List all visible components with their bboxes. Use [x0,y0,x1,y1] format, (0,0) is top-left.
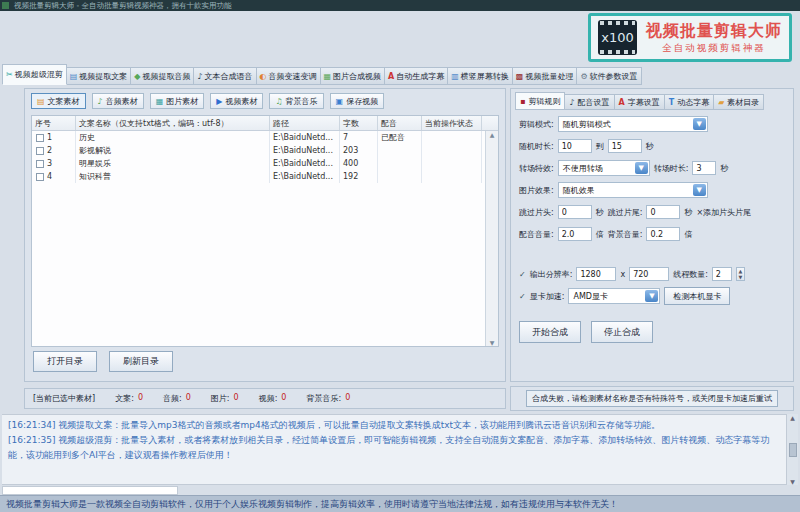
chevron-down-icon[interactable]: ▼ [693,184,706,196]
tab-subtitle-settings[interactable]: A字幕设置 [615,94,665,110]
synthesis-status-text: 合成失败，请检测素材名称是否有特殊符号，或关闭显卡加速后重试 [526,390,778,407]
image-video-icon: ▦ [324,72,332,81]
scroll-up-icon[interactable]: ▲ [790,414,795,421]
tab-extract-audio[interactable]: ◆视频提取音频 [131,67,194,85]
selected-bgm-count: 0 [345,393,350,404]
gpu-checkbox[interactable]: ✓ [519,292,526,301]
chevron-down-icon[interactable]: ▼ [645,290,658,302]
dub-volume-input[interactable] [558,227,592,241]
audio-material-button[interactable]: ♪音频素材 [92,93,144,109]
tab-extract-text[interactable]: ▤视频提取文案 [67,67,132,85]
bgm-button[interactable]: ♫背景音乐 [269,93,323,109]
skip-tail-input[interactable] [646,205,680,219]
logo-title: 视频批量剪辑大师 [646,21,782,42]
row-checkbox[interactable] [36,173,44,181]
chevron-down-icon[interactable]: ▼ [693,118,706,130]
gpu-select[interactable]: AMD显卡▼ [568,288,660,304]
chevron-down-icon[interactable]: ▼ [635,162,648,174]
tab-text-to-speech[interactable]: ♪文本合成语音 [194,67,256,85]
table-row[interactable]: 1 历史 E:\BaiduNetd... 7 已配音 [32,131,498,144]
header-dub[interactable]: 配音 [378,116,422,130]
threads-input[interactable] [712,267,732,281]
text-material-icon: ▤ [37,97,45,106]
threads-spinner[interactable]: ▲▼ [736,267,745,281]
stop-synthesis-button[interactable]: 停止合成 [591,321,653,343]
image-effect-select[interactable]: 随机效果▼ [558,182,708,198]
table-row[interactable]: 3 明星娱乐 E:\BaiduNetd... 400 [32,157,498,170]
header-path[interactable]: 路径 [270,116,340,130]
skip-head-label: 跳过片头: [519,207,554,218]
skip-tail-label: 跳过片尾: [608,207,643,218]
batch-icon: ▩ [516,72,524,81]
detect-gpu-button[interactable]: 检测本机显卡 [664,287,730,305]
image-effect-label: 图片效果: [519,185,554,196]
scroll-down-icon[interactable]: ▼ [490,339,495,346]
tab-auto-subtitle[interactable]: A自动生成字幕 [385,67,448,85]
header-words[interactable]: 字数 [340,116,378,130]
header-name[interactable]: 文案名称（仅支持txt格式，编码：utf-8） [76,116,270,130]
audio-extract-icon: ◆ [134,72,140,81]
image-material-button[interactable]: ▦图片素材 [150,93,205,109]
speed-icon: ◐ [260,72,267,81]
tab-settings[interactable]: ⚙软件参数设置 [577,67,641,85]
open-directory-button[interactable]: 打开目录 [33,351,97,372]
transition-duration-input[interactable] [692,161,716,175]
video-material-icon: ▶ [216,97,222,106]
tab-material-directory[interactable]: ▰素材目录 [714,94,764,110]
table-row[interactable]: 4 知识科普 E:\BaiduNetd... 192 [32,170,498,183]
tab-dynamic-subtitle[interactable]: T动态字幕 [665,94,714,110]
header-num[interactable]: 序号 [32,116,76,130]
transition-duration-label: 转场时长: [654,163,689,174]
tab-image-to-video[interactable]: ▦图片合成视频 [321,67,386,85]
selected-label: [当前已选中素材] [33,393,95,404]
random-from-input[interactable] [558,139,592,153]
clip-rules-form: 剪辑模式: 随机剪辑模式▼ 随机时长: 到 秒 转场特效: 不使用转场▼ 转场时… [519,113,787,343]
skip-head-input[interactable] [558,205,592,219]
row-checkbox[interactable] [36,134,44,142]
random-to-input[interactable] [608,139,642,153]
start-synthesis-button[interactable]: 开始合成 [519,321,581,343]
main-tab-bar: ✂视频超级混剪 ▤视频提取文案 ◆视频提取音频 ♪文本合成语音 ◐音频变速变调 … [2,64,642,85]
bg-volume-input[interactable] [646,227,680,241]
tab-dubbing-settings[interactable]: ♪配音设置 [565,94,614,110]
resolution-height-input[interactable] [629,267,669,281]
scrollbar-thumb[interactable] [789,443,797,457]
tab-batch-process[interactable]: ▩视频批量处理 [513,67,578,85]
add-head-tail-checkbox[interactable]: ×添加片头片尾 [696,207,751,218]
settings-tab-bar: ▪剪辑规则 ♪配音设置 A字幕设置 T动态字幕 ▰素材目录 [515,92,764,110]
resolution-width-input[interactable] [576,267,616,281]
bottom-status-bar: 视频批量剪辑大师是一款视频全自动剪辑软件，仅用于个人娱乐视频剪辑制作，提高剪辑效… [0,495,800,512]
window-icon [2,2,9,9]
tab-clip-rules[interactable]: ▪剪辑规则 [515,92,565,110]
window-title: 视频批量剪辑大师 - 全自动批量剪辑视频神器，拥有十款实用功能 [14,1,231,10]
scroll-up-icon[interactable]: ▲ [490,131,495,138]
app-window: 视频批量剪辑大师 - 全自动批量剪辑视频神器，拥有十款实用功能 x100 视频批… [0,0,800,512]
tab-super-mix[interactable]: ✂视频超级混剪 [2,64,67,85]
transition-select[interactable]: 不使用转场▼ [558,160,650,176]
folder-icon: ▰ [718,98,724,107]
materials-panel: ▤文案素材 ♪音频素材 ▦图片素材 ▶视频素材 ♫背景音乐 ▣保存视频 序号 文… [24,88,506,382]
microphone-icon: ♪ [197,72,202,81]
tab-audio-speed[interactable]: ◐音频变速变调 [257,67,321,85]
tab-screen-rotate[interactable]: ▥横竖屏幕转换 [448,67,513,85]
film-x100-icon: x100 [598,20,637,55]
log-scrollbar[interactable]: ▲ ▼ [786,414,798,485]
selected-video-count: 0 [281,393,286,404]
rotate-screen-icon: ▥ [451,72,459,81]
video-material-button[interactable]: ▶视频素材 [210,93,263,109]
scroll-down-icon[interactable]: ▼ [790,478,795,485]
scissors-icon: ✂ [6,70,13,79]
save-video-button[interactable]: ▣保存视频 [330,93,385,109]
table-row[interactable]: 2 影视解说 E:\BaiduNetd... 203 [32,144,498,157]
resolution-checkbox[interactable]: ✓ [519,270,526,279]
row-checkbox[interactable] [36,160,44,168]
table-scrollbar[interactable]: ▲▼ [485,131,498,346]
row-checkbox[interactable] [36,147,44,155]
header-status[interactable]: 当前操作状态 [422,116,482,130]
clip-mode-select[interactable]: 随机剪辑模式▼ [558,116,708,132]
selected-image-count: 0 [234,393,239,404]
refresh-directory-button[interactable]: 刷新目录 [109,351,173,372]
app-logo: x100 视频批量剪辑大师 全自动视频剪辑神器 [588,13,792,62]
text-material-button[interactable]: ▤文案素材 [31,93,86,109]
gear-icon: ⚙ [580,72,587,81]
